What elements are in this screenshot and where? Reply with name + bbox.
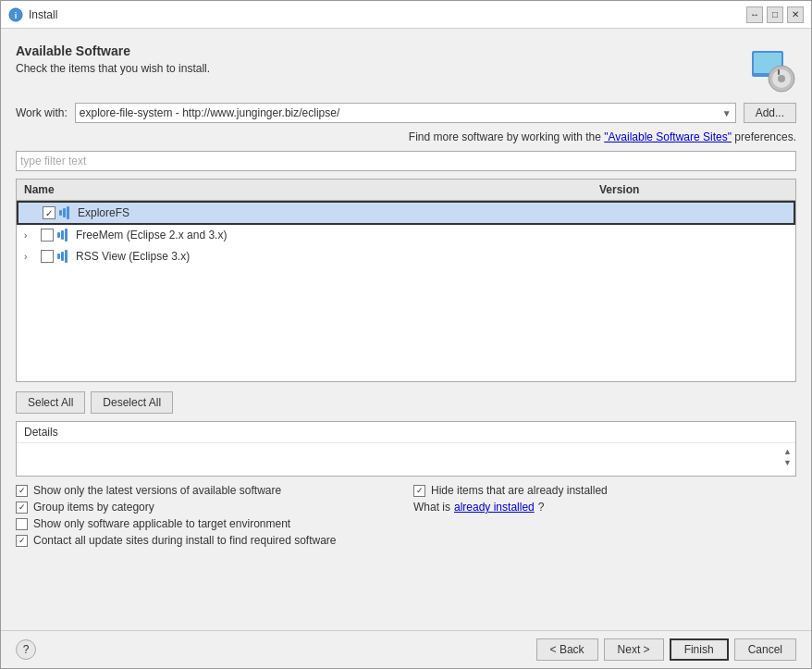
already-installed-link[interactable]: already installed (454, 501, 535, 514)
row-cell-name: ExploreFS (18, 204, 590, 221)
group-category-row: Group items by category (16, 501, 399, 514)
find-more-suffix: preferences. (734, 130, 796, 143)
row-checkbox[interactable] (41, 229, 54, 242)
dropdown-arrow-icon: ▼ (722, 108, 732, 118)
checkboxes-area: Show only the latest versions of availab… (16, 484, 796, 547)
add-button[interactable]: Add... (744, 103, 796, 123)
details-scroll: ▲ ▼ (17, 443, 795, 476)
checkboxes-right: Hide items that are already installed Wh… (413, 484, 796, 547)
contact-update-checkbox[interactable] (16, 535, 28, 547)
what-is-row: What is already installed ? (413, 501, 796, 514)
group-category-checkbox[interactable] (16, 502, 28, 514)
show-applicable-label: Show only software applicable to target … (33, 517, 290, 530)
footer-right: < Back Next > Finish Cancel (536, 638, 796, 661)
hide-installed-label: Hide items that are already installed (431, 484, 608, 497)
plugin-icon (57, 249, 72, 264)
show-latest-row: Show only the latest versions of availab… (16, 484, 399, 497)
row-version (590, 212, 794, 214)
scroll-down-icon[interactable]: ▼ (783, 458, 792, 467)
available-sites-link[interactable]: "Available Software Sites" (604, 130, 732, 143)
footer-left: ? (16, 639, 36, 660)
table-row[interactable]: ExploreFS (17, 201, 795, 225)
what-is-prefix: What is (413, 501, 450, 514)
row-label: FreeMem (Eclipse 2.x and 3.x) (76, 229, 227, 242)
show-latest-label: Show only the latest versions of availab… (33, 484, 281, 497)
col-name-header: Name (17, 181, 592, 198)
finish-button[interactable]: Finish (670, 638, 729, 661)
contact-update-label: Contact all update sites during install … (33, 534, 337, 547)
find-more-prefix: Find more software by working with the (409, 130, 604, 143)
close-button[interactable]: ✕ (787, 6, 804, 23)
svg-point-6 (778, 75, 785, 82)
cancel-button[interactable]: Cancel (734, 638, 796, 661)
table-row[interactable]: › RSS View (Eclipse 3.x) (17, 246, 795, 267)
row-cell-name: › FreeMem (Eclipse 2.x and 3.x) (17, 227, 592, 243)
resize-indicator: ↔ (746, 6, 763, 23)
work-with-label: Work with: (16, 106, 68, 119)
table-row[interactable]: › FreeMem (Eclipse 2.x and 3.x) (17, 225, 795, 246)
page-subtitle: Check the items that you wish to install… (16, 62, 210, 75)
row-label: RSS View (Eclipse 3.x) (76, 250, 190, 263)
expander-icon[interactable]: › (24, 252, 37, 262)
maximize-button[interactable]: □ (767, 6, 783, 23)
software-table: Name Version ExploreFS (16, 179, 796, 382)
select-all-button[interactable]: Select All (16, 391, 85, 414)
work-with-row: Work with: explore-file-system - http://… (16, 103, 796, 123)
svg-text:i: i (15, 11, 18, 20)
title-bar: i Install ↔ □ ✕ (1, 1, 811, 29)
next-button[interactable]: Next > (604, 638, 664, 661)
checkboxes-left: Show only the latest versions of availab… (16, 484, 399, 547)
group-category-label: Group items by category (33, 501, 154, 514)
work-with-dropdown[interactable]: explore-file-system - http://www.junging… (75, 103, 736, 123)
row-checkbox[interactable] (41, 250, 54, 263)
hide-installed-row: Hide items that are already installed (413, 484, 796, 497)
row-version (592, 234, 795, 236)
row-cell-name: › RSS View (Eclipse 3.x) (17, 248, 592, 265)
table-header: Name Version (17, 180, 795, 201)
col-version-header: Version (592, 181, 795, 198)
hide-installed-checkbox[interactable] (413, 485, 425, 497)
show-latest-checkbox[interactable] (16, 485, 28, 497)
what-is-suffix: ? (538, 501, 545, 514)
svg-rect-7 (778, 69, 780, 75)
scroll-up-icon[interactable]: ▲ (783, 447, 792, 456)
filter-placeholder: type filter text (20, 155, 86, 167)
filter-box[interactable]: type filter text (16, 151, 796, 171)
select-buttons: Select All Deselect All (16, 391, 796, 414)
row-label: ExploreFS (78, 206, 129, 219)
header-text: Available Software Check the items that … (16, 43, 210, 75)
find-more-row: Find more software by working with the "… (16, 130, 796, 143)
contact-update-row: Contact all update sites during install … (16, 534, 399, 547)
window-title: Install (29, 8, 57, 21)
install-window: i Install ↔ □ ✕ Available Software Check… (0, 0, 812, 669)
title-bar-controls: ↔ □ ✕ (746, 6, 804, 23)
footer: ? < Back Next > Finish Cancel (1, 630, 811, 668)
row-version (592, 255, 795, 257)
header-area: Available Software Check the items that … (16, 43, 796, 95)
main-content: Available Software Check the items that … (1, 29, 811, 630)
help-button[interactable]: ? (16, 639, 36, 660)
row-checkbox[interactable] (43, 206, 55, 219)
title-bar-left: i Install (8, 7, 57, 22)
header-icon (744, 43, 796, 95)
details-section: Details ▲ ▼ (16, 421, 796, 477)
software-icon (744, 43, 796, 95)
show-applicable-row: Show only software applicable to target … (16, 517, 399, 530)
deselect-all-button[interactable]: Deselect All (91, 391, 173, 414)
expander-icon[interactable]: › (24, 230, 37, 241)
details-label: Details (17, 422, 795, 443)
scroll-arrows: ▲ ▼ (783, 447, 792, 472)
work-with-value: explore-file-system - http://www.junging… (80, 106, 339, 119)
plugin-icon (57, 228, 72, 242)
page-title: Available Software (16, 43, 210, 58)
table-body: ExploreFS › FreeMem (Eclipse 2.x (17, 201, 795, 381)
install-icon: i (8, 7, 23, 22)
show-applicable-checkbox[interactable] (16, 518, 28, 530)
back-button[interactable]: < Back (536, 638, 598, 661)
plugin-icon (59, 205, 74, 220)
